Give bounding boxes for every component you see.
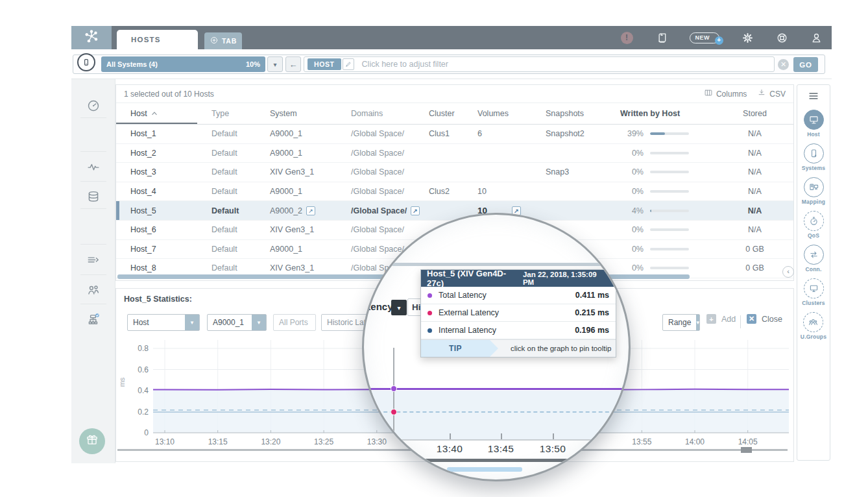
magnified-x-tick <box>501 433 502 439</box>
magnified-crosshair <box>393 348 394 439</box>
column-header-host[interactable]: Host <box>130 109 211 118</box>
system-scope-label: All Systems (4) <box>106 60 158 68</box>
magnified-x-axis <box>364 439 629 441</box>
sidebar-item-conn[interactable]: Conn. <box>804 245 824 273</box>
left-sidebar <box>71 79 115 463</box>
column-header-system[interactable]: System <box>270 109 351 118</box>
tab-hosts[interactable]: HOSTS <box>117 30 198 49</box>
sidebar-item-ugroups[interactable]: U.Groups <box>801 312 826 340</box>
cell-stored: N/A <box>727 225 782 234</box>
table-row[interactable]: Host_1DefaultA9000_1/Global Space/Clus16… <box>116 125 793 144</box>
column-header-volumes[interactable]: Volumes <box>477 109 546 118</box>
external-latency-marker <box>391 409 397 415</box>
sidebar-item-clusters[interactable]: Clusters <box>802 278 825 306</box>
table-row[interactable]: Host_3DefaultXIV Gen3_1/Global Space/Sna… <box>116 163 793 182</box>
mapping-icon <box>804 177 824 197</box>
sidebar-item-label: Clusters <box>802 300 825 306</box>
entity-select[interactable]: Host▾ <box>127 314 200 331</box>
cell-stored: N/A <box>727 187 782 196</box>
edit-pencil-icon[interactable] <box>343 58 354 70</box>
column-header-snapshots[interactable]: Snapshots <box>546 109 620 118</box>
statistics-title: Host_5 Statistics: <box>124 295 192 304</box>
range-select[interactable]: Range▾ <box>662 314 700 331</box>
go-button[interactable]: GO <box>793 57 818 72</box>
y-tick-label: 0 <box>127 428 149 437</box>
sidebar-item-systems[interactable]: Systems <box>802 143 825 171</box>
back-arrow-button[interactable]: ← <box>285 56 301 72</box>
table-row[interactable]: Host_4DefaultA9000_1/Global Space/Clus21… <box>116 182 793 202</box>
open-link-icon[interactable]: ↗ <box>306 206 315 215</box>
magnified-x-tick-label: 13:50 <box>530 443 575 455</box>
access-tree-nav[interactable] <box>71 308 115 333</box>
magnified-chart-scrollbar <box>426 459 570 462</box>
sidebar-item-mapping[interactable]: Mapping <box>802 177 825 205</box>
cell-stored: N/A <box>727 149 782 158</box>
script-icon[interactable] <box>655 32 668 44</box>
statistics-pulse-nav[interactable] <box>71 156 115 180</box>
new-badge[interactable]: NEW+ <box>690 32 720 43</box>
cell-written: 0% <box>620 245 727 254</box>
open-link-icon[interactable]: ↗ <box>411 206 420 215</box>
dashboard-gauge-nav[interactable] <box>71 95 115 119</box>
app-logo[interactable] <box>71 26 112 49</box>
column-header-domains[interactable]: Domains <box>351 109 429 118</box>
hamburger-icon[interactable] <box>797 90 830 102</box>
column-header-written[interactable]: Written by Host <box>620 109 727 118</box>
hosts-monitor-nav[interactable] <box>71 213 115 237</box>
users-people-nav[interactable] <box>71 279 115 304</box>
filter-input[interactable]: HOST Click here to adjust filter <box>304 56 775 72</box>
tooltip-series-value: 0.411 ms <box>575 291 609 300</box>
column-header-cluster[interactable]: Cluster <box>429 109 477 118</box>
magnified-x-tick-label: 13:40 <box>427 443 472 455</box>
cell-system: XIV Gen3_1 <box>270 167 351 176</box>
table-row[interactable]: Host_2DefaultA9000_1/Global Space/0%N/A <box>116 144 793 164</box>
chart-scrollbar-handle[interactable] <box>741 447 752 453</box>
magnified-x-tick-label: 13:45 <box>478 443 524 455</box>
y-tick-label: 0.8 <box>127 344 149 353</box>
user-icon[interactable] <box>810 32 823 44</box>
csv-button[interactable]: CSV <box>757 88 786 99</box>
help-lifebuoy-icon[interactable] <box>776 32 788 44</box>
close-button[interactable]: ✕Close <box>747 314 782 324</box>
cell-domains: /Global Space/ <box>351 167 429 176</box>
pools-disks-nav[interactable] <box>71 186 115 210</box>
tab-new[interactable]: TAB <box>204 32 242 49</box>
add-button[interactable]: +Add <box>706 314 736 324</box>
gift-button[interactable] <box>79 428 105 454</box>
sidebar-item-host[interactable]: Host <box>804 110 824 138</box>
cell-system: A9000_1 <box>270 129 351 138</box>
cell-system: A9000_1 <box>270 187 351 196</box>
ports-select[interactable]: All Ports <box>273 314 316 331</box>
sort-caret-icon <box>151 109 158 118</box>
cell-type: Default <box>211 263 270 273</box>
system-scope-icon[interactable] <box>77 53 95 71</box>
cell-written: 39% <box>620 129 727 138</box>
columns-button[interactable]: Columns <box>704 88 747 99</box>
system-scope-selector[interactable]: All Systems (4) 10% <box>101 56 265 72</box>
tooltip-tip-band: TIP click on the graph to pin tooltip <box>421 339 616 357</box>
column-header-type[interactable]: Type <box>211 109 270 118</box>
system-scope-chevron[interactable]: ▾ <box>267 56 283 72</box>
cell-written: 0% <box>620 263 727 273</box>
sidebar-item-qos[interactable]: QoS <box>804 211 824 239</box>
column-header-stored[interactable]: Stored <box>727 109 782 118</box>
cell-snapshots: Snap3 <box>546 167 620 176</box>
topbar-icons: ! NEW+ <box>621 26 823 49</box>
alert-icon[interactable]: ! <box>621 32 633 44</box>
system-device-nav[interactable] <box>71 122 115 147</box>
cell-volumes: 10 <box>477 187 546 196</box>
series-dot-icon <box>428 293 432 298</box>
users-people-icon <box>86 283 101 300</box>
user-groups-icon <box>803 312 823 332</box>
system-select[interactable]: A9000_1▾ <box>207 314 267 331</box>
clear-filter-icon[interactable]: ✕ <box>778 59 789 70</box>
cell-type: Default <box>211 149 270 158</box>
flows-arrow-nav[interactable] <box>71 248 115 273</box>
top-bar: HOSTS TAB ! NEW+ <box>71 26 832 49</box>
magnified-external-line <box>364 411 629 413</box>
settings-gear-icon[interactable] <box>741 32 754 44</box>
table-row[interactable]: Host_5DefaultA9000_2↗/Global Space/↗10↗4… <box>116 201 793 221</box>
plus-icon: + <box>715 36 723 45</box>
collapse-panel-button[interactable]: ‹ <box>782 266 794 278</box>
filter-chip-host[interactable]: HOST <box>307 58 341 70</box>
